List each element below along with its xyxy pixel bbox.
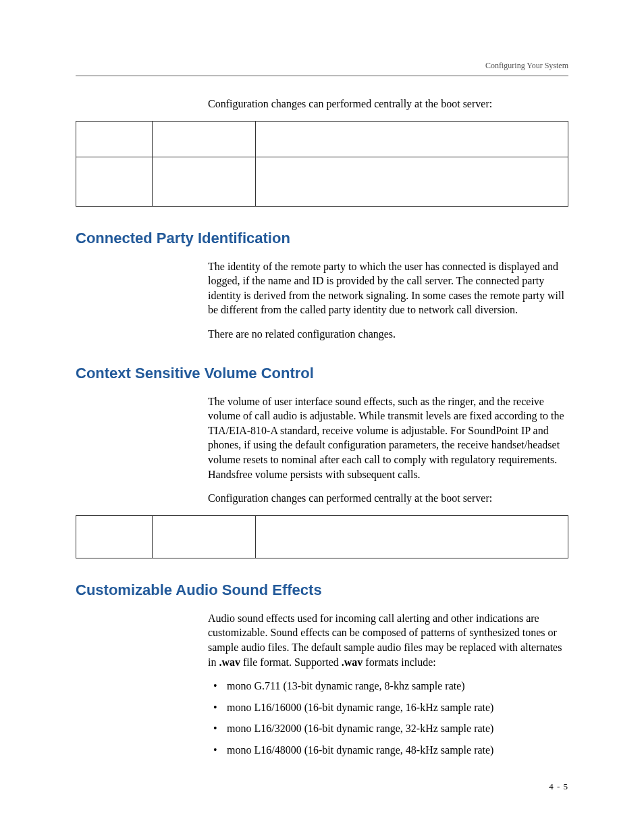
connected-block: The identity of the remote party to whic…	[208, 259, 568, 342]
table-row	[76, 157, 568, 206]
audio-bullet-list: mono G.711 (13-bit dynamic range, 8-khz …	[208, 679, 568, 757]
config-table-1	[76, 121, 568, 207]
volume-para-2: Configuration changes can performed cent…	[208, 491, 568, 506]
intro-block: Configuration changes can performed cent…	[208, 97, 568, 111]
header-rule	[76, 75, 568, 76]
audio-block: Audio sound effects used for incoming ca…	[208, 611, 568, 758]
connected-para-2: There are no related configuration chang…	[208, 327, 568, 342]
audio-p1-c: file format. Supported	[240, 656, 342, 668]
wav-bold-2: .wav	[342, 656, 363, 668]
audio-para-1: Audio sound effects used for incoming ca…	[208, 611, 568, 669]
document-page: Configuring Your System Configuration ch…	[0, 0, 644, 833]
section-heading-volume: Context Sensitive Volume Control	[76, 365, 568, 382]
wav-bold-1: .wav	[219, 656, 240, 668]
config-table-2	[76, 515, 568, 558]
section-heading-audio: Customizable Audio Sound Effects	[76, 581, 568, 599]
running-header: Configuring Your System	[76, 61, 568, 71]
table-row	[76, 121, 568, 157]
audio-p1-e: formats include:	[363, 656, 435, 668]
list-item: mono G.711 (13-bit dynamic range, 8-khz …	[208, 679, 568, 694]
connected-para-1: The identity of the remote party to whic…	[208, 259, 568, 317]
table-row	[76, 515, 568, 558]
list-item: mono L16/48000 (16-bit dynamic range, 48…	[208, 743, 568, 758]
volume-block: The volume of user interface sound effec…	[208, 394, 568, 506]
volume-para-1: The volume of user interface sound effec…	[208, 394, 568, 482]
section-heading-connected: Connected Party Identification	[76, 230, 568, 247]
list-item: mono L16/16000 (16-bit dynamic range, 16…	[208, 700, 568, 715]
list-item: mono L16/32000 (16-bit dynamic range, 32…	[208, 721, 568, 736]
intro-para: Configuration changes can performed cent…	[208, 97, 568, 111]
page-number: 4 - 5	[76, 781, 568, 792]
